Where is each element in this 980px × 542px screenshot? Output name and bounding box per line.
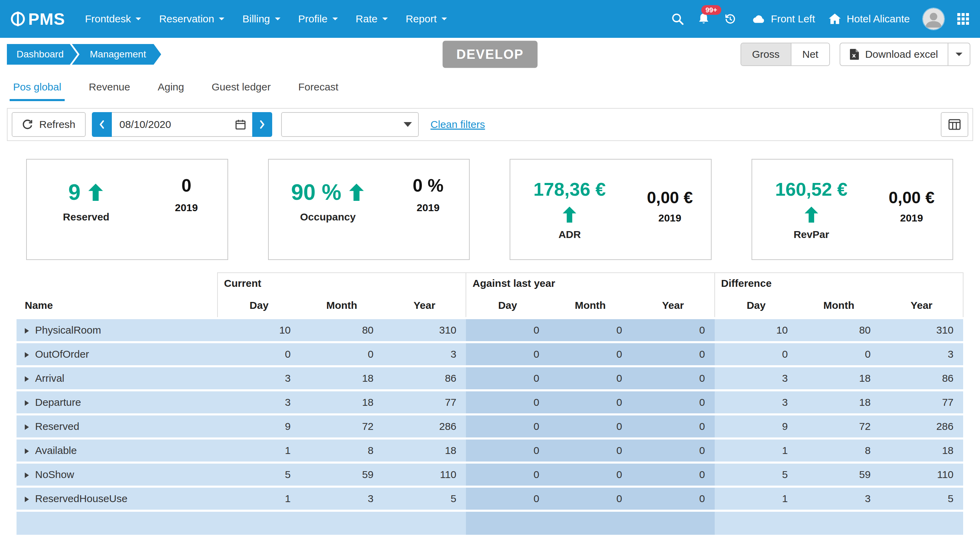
- expand-icon[interactable]: [25, 328, 29, 334]
- expand-icon[interactable]: [25, 352, 29, 358]
- app: PMS Frontdesk Reservation Billing Profil…: [0, 0, 980, 542]
- breadcrumb-management[interactable]: Management: [72, 44, 161, 65]
- kpi-value: 160,52 €: [775, 178, 848, 200]
- download-excel-button[interactable]: Download excel: [840, 43, 948, 65]
- calendar-icon[interactable]: [235, 119, 246, 130]
- table-cell: 80: [301, 318, 383, 342]
- table-cell: 0: [466, 415, 549, 439]
- table-row[interactable]: OutOfOrder 0 0 3 0 0 0 0 0 3: [16, 342, 963, 366]
- table-cell: 3: [715, 366, 798, 390]
- group-header-spacer: [16, 273, 218, 293]
- workstation-selector[interactable]: Front Left: [750, 13, 815, 25]
- table-row[interactable]: Available 1 8 18 0 0 0 1 8 18: [16, 439, 963, 463]
- row-name: ReservedHouseUse: [35, 493, 127, 504]
- tab-aging[interactable]: Aging: [154, 75, 188, 101]
- kpi-previous: 0 % 2019: [387, 145, 469, 244]
- row-name-cell[interactable]: Departure: [16, 390, 218, 415]
- table-cell: 8: [301, 439, 383, 463]
- breadcrumb-dashboard[interactable]: Dashboard: [7, 44, 78, 65]
- row-name: Departure: [35, 397, 81, 408]
- expand-icon[interactable]: [25, 400, 29, 406]
- table-cell: 5: [218, 463, 301, 486]
- column-header-name: Name: [16, 293, 218, 318]
- menu-label: Billing: [242, 13, 270, 25]
- kpi-card-adr: 178,36 € ADR 0,00 € 2019: [510, 159, 711, 260]
- user-avatar[interactable]: [923, 8, 944, 30]
- column-settings-button[interactable]: [941, 112, 968, 137]
- menu-report[interactable]: Report: [397, 6, 456, 32]
- net-button[interactable]: Net: [791, 43, 830, 65]
- date-field-wrap: [112, 112, 252, 137]
- download-options-button[interactable]: [948, 43, 970, 65]
- table-cell: 1: [218, 439, 301, 463]
- table-cell: [218, 511, 301, 535]
- next-day-button[interactable]: [252, 112, 272, 137]
- hotel-label: Hotel Alicante: [847, 13, 910, 25]
- table-cell: 110: [880, 463, 963, 486]
- hotel-selector[interactable]: Hotel Alicante: [828, 13, 910, 25]
- column-header-month: Month: [549, 293, 632, 318]
- menu-reservation[interactable]: Reservation: [150, 6, 233, 32]
- tab-pos-global[interactable]: Pos global: [10, 75, 65, 101]
- expand-icon[interactable]: [25, 448, 29, 454]
- filter-select[interactable]: [281, 112, 419, 137]
- table-cell: [301, 511, 383, 535]
- table-row[interactable]: Arrival 3 18 86 0 0 0 3 18 86: [16, 366, 963, 390]
- row-name-cell[interactable]: NoShow: [16, 463, 218, 486]
- table-cell: 0: [466, 342, 549, 366]
- menu-profile[interactable]: Profile: [290, 6, 347, 32]
- tab-revenue[interactable]: Revenue: [85, 75, 134, 101]
- expand-icon[interactable]: [25, 376, 29, 382]
- clean-filters-link[interactable]: Clean filters: [431, 119, 485, 130]
- table-cell: 0: [466, 366, 549, 390]
- refresh-button[interactable]: Refresh: [12, 112, 86, 137]
- tab-guest-ledger[interactable]: Guest ledger: [208, 75, 274, 101]
- expand-icon[interactable]: [25, 472, 29, 478]
- menu-frontdesk[interactable]: Frontdesk: [76, 6, 150, 32]
- table-cell: 3: [797, 486, 880, 511]
- breadcrumb-label: Management: [90, 49, 146, 60]
- history-icon[interactable]: [723, 12, 737, 26]
- chevron-down-icon: [275, 17, 280, 20]
- table-cell: 0: [632, 439, 715, 463]
- table-cell: 77: [383, 390, 466, 415]
- brand-logo[interactable]: PMS: [0, 10, 65, 29]
- apps-grid-icon[interactable]: [957, 13, 969, 25]
- kpi-prev-year: 2019: [417, 202, 440, 214]
- table-cell: 310: [880, 318, 963, 342]
- table-cell: 3: [880, 342, 963, 366]
- table-cell: 0: [549, 390, 632, 415]
- row-name-cell[interactable]: OutOfOrder: [16, 342, 218, 366]
- table-row[interactable]: ReservedHouseUse 1 3 5 0 0 0 1 3 5: [16, 486, 963, 511]
- row-name-cell[interactable]: Available: [16, 439, 218, 463]
- notifications-badge: 99+: [701, 5, 721, 15]
- row-name-cell[interactable]: Arrival: [16, 366, 218, 390]
- dashboard-tabs: Pos global Revenue Aging Guest ledger Fo…: [0, 75, 980, 101]
- table-cell: 0: [632, 463, 715, 486]
- expand-icon[interactable]: [25, 497, 29, 502]
- column-header-day: Day: [466, 293, 549, 318]
- row-name-cell[interactable]: Reserved: [16, 415, 218, 439]
- table-row[interactable]: Reserved 9 72 286 0 0 0 9 72 286: [16, 415, 963, 439]
- row-name-cell[interactable]: PhysicalRoom: [16, 318, 218, 342]
- table-cell: 3: [218, 366, 301, 390]
- menu-label: Rate: [356, 13, 377, 25]
- menu-rate[interactable]: Rate: [347, 6, 397, 32]
- table-cell: 0: [632, 415, 715, 439]
- table-column-header-row: Name Day Month Year Day Month Year Day M…: [16, 293, 963, 318]
- row-name-cell[interactable]: ReservedHouseUse: [16, 486, 218, 511]
- table-row[interactable]: Departure 3 18 77 0 0 0 3 18 77: [16, 390, 963, 415]
- expand-icon[interactable]: [25, 424, 29, 430]
- search-icon[interactable]: [671, 13, 684, 25]
- menu-billing[interactable]: Billing: [233, 6, 289, 32]
- table-row[interactable]: PhysicalRoom 10 80 310 0 0 0 10 80 310: [16, 318, 963, 342]
- table-cell: [16, 511, 218, 535]
- navbar-right: 99+ Front Left Hotel Alicante: [671, 8, 980, 30]
- table-row[interactable]: NoShow 5 59 110 0 0 0 5 59 110: [16, 463, 963, 486]
- table-cell: 0: [632, 390, 715, 415]
- date-input[interactable]: [112, 112, 252, 137]
- gross-button[interactable]: Gross: [741, 43, 791, 65]
- notifications-bell-icon[interactable]: 99+: [697, 12, 710, 26]
- tab-forecast[interactable]: Forecast: [295, 75, 342, 101]
- previous-day-button[interactable]: [92, 112, 112, 137]
